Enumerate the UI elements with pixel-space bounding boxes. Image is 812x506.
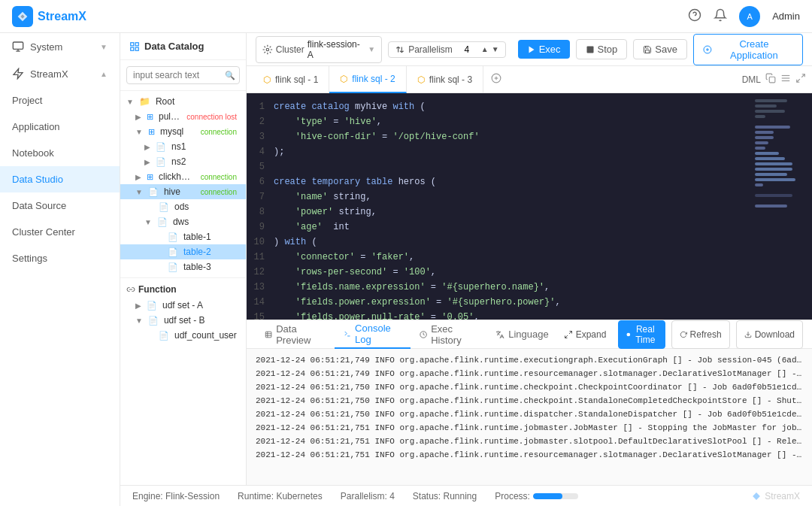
tab-linguage[interactable]: Linguage (486, 320, 558, 349)
tab-console-log[interactable]: Console Log (335, 320, 411, 349)
status-logo-icon (751, 491, 762, 501)
download-button[interactable]: Download (736, 320, 803, 349)
tree-item-udf-count[interactable]: 📄 udf_count_user (120, 328, 246, 343)
tree-item-ns2[interactable]: ▶ 📄 ns2 (120, 154, 246, 169)
cluster-dropdown[interactable]: Cluster flink-session-A ▼ (256, 36, 382, 63)
sidebar-item-datastudio[interactable]: Data Studio (0, 166, 120, 192)
tree-item-root[interactable]: ▼ 📁 Root (120, 94, 246, 109)
chevron-udf-a: ▶ (135, 301, 141, 310)
parallelism-label: Parallelism (408, 44, 453, 55)
download-label: Download (755, 329, 795, 340)
refresh-icon (680, 331, 687, 338)
file-icon-table3: 📄 (168, 262, 178, 272)
minimap-line-4 (755, 115, 765, 118)
linguage-icon (495, 330, 504, 339)
parallelism-down-icon[interactable]: ▼ (492, 45, 499, 53)
catalog-title: Data Catalog (144, 41, 204, 52)
minimap-line-9 (755, 141, 768, 144)
minimap-line-6 (755, 126, 790, 129)
expand-editor-icon[interactable] (795, 73, 806, 86)
folder-icon-root: 📁 (139, 96, 150, 107)
sidebar-item-datasource[interactable]: Data Source (0, 192, 120, 219)
status-parallelism-label: Parallelism: 4 (341, 491, 395, 501)
expand-button[interactable]: Expand (558, 320, 613, 349)
menu-icon[interactable] (780, 73, 791, 86)
cluster-value: flink-session-A (308, 39, 365, 60)
tree-label-table2: table-2 (183, 247, 240, 257)
tree-item-mysql[interactable]: ▼ ⊞ mysql connection (120, 124, 246, 139)
realtime-label: Real Time (634, 324, 657, 345)
tree-item-ods[interactable]: 📄 ods (120, 199, 246, 214)
sidebar-item-notebook[interactable]: Notebook (0, 140, 120, 166)
code-editor[interactable]: 1 create catalog myhive with ( 2 'type' … (247, 93, 752, 320)
tree-badge-mysql: connection (198, 127, 240, 137)
sidebar-item-clustercenter[interactable]: Cluster Center (0, 219, 120, 245)
create-app-button[interactable]: Create Application (693, 34, 803, 65)
bottom-tabs: Data Preview Console Log Exec History (247, 320, 812, 349)
sql-tab-add[interactable] (483, 73, 509, 86)
question-icon[interactable] (688, 8, 701, 24)
tab-history-label: Exec History (431, 323, 477, 346)
save-label: Save (655, 44, 677, 55)
sidebar-label-datastudio: Data Studio (12, 174, 63, 185)
sidebar-item-settings[interactable]: Settings (0, 245, 120, 271)
tab-data-preview[interactable]: Data Preview (256, 320, 335, 349)
catalog-search-input[interactable] (126, 66, 240, 84)
sidebar-item-streamx[interactable]: StreamX ▲ (0, 60, 120, 87)
admin-label: Admin (772, 11, 800, 22)
tab-exec-history[interactable]: Exec History (411, 320, 486, 349)
sidebar-item-application[interactable]: Application (0, 114, 120, 140)
line-content-3: 'hive-conf-dir' = '/opt/hive-conf' (274, 129, 480, 144)
sql-tab-1[interactable]: ⬡ flink sql - 1 (253, 66, 329, 93)
tree-label-ods: ods (174, 201, 240, 212)
sidebar-label-clustercenter: Cluster Center (12, 226, 75, 238)
line-num-2: 2 (247, 114, 274, 129)
parallelism-up-icon[interactable]: ▲ (481, 45, 489, 53)
exec-button[interactable]: Exec (518, 40, 570, 59)
tab-preview-label: Data Preview (276, 323, 326, 346)
tree-item-clickhouse[interactable]: ▶ ⊞ clickhouse connection (120, 169, 246, 184)
sql-tab-2[interactable]: ⬡ flink sql - 2 (329, 66, 406, 93)
tree-item-ns1[interactable]: ▶ 📄 ns1 (120, 139, 246, 154)
chevron-system: ▼ (100, 43, 108, 51)
refresh-button[interactable]: Refresh (671, 320, 730, 349)
status-engine-label: Engine: Flink-Session (132, 491, 220, 501)
file-icon-ns1: 📄 (156, 142, 166, 152)
bell-icon[interactable] (714, 8, 727, 24)
stop-button[interactable]: Stop (576, 39, 628, 59)
tree-item-dws[interactable]: ▼ 📄 dws (120, 214, 246, 229)
tree-item-udf-a[interactable]: ▶ 📄 udf set - A (120, 298, 246, 313)
code-line-4: 4 ); (247, 144, 752, 159)
log-line-2: 2021-12-24 06:51:21,749 INFO org.apache.… (256, 367, 803, 380)
tree-badge-hive: connection (198, 187, 240, 197)
sidebar-item-system[interactable]: System ▼ (0, 33, 120, 60)
line-content-10: ) with ( (274, 235, 317, 250)
line-content-13: 'fields.name.expression' = '#{superhero.… (274, 280, 550, 295)
line-content-7: 'name' string, (274, 189, 371, 205)
system-icon (12, 41, 24, 53)
code-line-14: 14 'fields.power.expression' = '#{superh… (247, 295, 752, 310)
content: Data Catalog 🔍 ▼ 📁 Root (120, 33, 812, 506)
tree-label-pulsar: pulsar (159, 111, 180, 122)
tree-label-udf-count: udf_count_user (174, 330, 240, 341)
minimap-line-21 (755, 205, 787, 208)
parallelism-control[interactable]: Parallelism ▲ ▼ (388, 41, 506, 58)
tree-item-pulsar[interactable]: ▶ ⊞ pulsar connection lost (120, 109, 246, 124)
tree-item-table3[interactable]: 📄 table-3 (120, 259, 246, 274)
save-button[interactable]: Save (633, 39, 687, 59)
tree-item-udf-b[interactable]: ▼ 📄 udf set - B (120, 313, 246, 328)
tree-item-hive[interactable]: ▼ 📄 hive connection (120, 184, 246, 199)
copy-icon[interactable] (765, 73, 776, 86)
tree-item-table1[interactable]: 📄 table-1 (120, 229, 246, 244)
sql-tab-3[interactable]: ⬡ flink sql - 3 (407, 66, 483, 93)
line-content-8: 'power' string, (274, 205, 377, 220)
sql-tab-3-icon: ⬡ (417, 74, 425, 85)
minimap-line-16 (755, 178, 795, 181)
sidebar-item-project[interactable]: Project (0, 87, 120, 114)
code-line-5: 5 (247, 159, 752, 174)
db-icon-mysql: ⊞ (148, 127, 155, 137)
parallelism-input[interactable] (456, 44, 478, 55)
realtime-button[interactable]: Real Time (618, 320, 665, 349)
sidebar-label-application: Application (12, 121, 60, 132)
tree-item-table2[interactable]: 📄 table-2 (120, 244, 246, 259)
